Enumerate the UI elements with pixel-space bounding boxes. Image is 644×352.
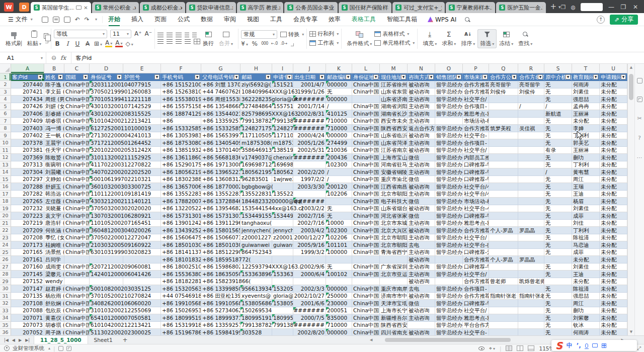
cell-P26[interactable]: 合作方推荐: [463, 256, 489, 263]
cell-L14[interactable]: China中国: [352, 168, 380, 176]
cell-H13[interactable]: 169698712: [240, 161, 272, 169]
cell-B16[interactable]: 舒妍玉 (女: [44, 183, 64, 191]
cell-R11[interactable]: [518, 147, 544, 154]
cell-J12[interactable]: ########: [293, 154, 326, 161]
cell-R27[interactable]: [518, 263, 544, 271]
cell-S18[interactable]: 无: [544, 198, 572, 205]
merge-cells-button[interactable]: 合并▾: [216, 29, 235, 48]
cell-P12[interactable]: 内部员工推: [463, 154, 489, 161]
autofilter-button[interactable]: ▼: [373, 74, 378, 79]
cell-I20[interactable]: 153449155(: [272, 212, 293, 220]
print-icon[interactable]: [53, 17, 59, 23]
cell-R22[interactable]: 罗晶晶: [518, 227, 544, 234]
cell-S15[interactable]: 无: [544, 176, 572, 184]
globe-icon[interactable]: ◍: [571, 4, 576, 11]
name-box[interactable]: A1▾: [0, 52, 46, 63]
cell-U30[interactable]: 未分配: [600, 285, 627, 293]
cell-T9[interactable]: 丁利利: [572, 132, 600, 140]
increase-decimal-button[interactable]: .0→: [281, 41, 287, 46]
cell-L30[interactable]: China中国: [352, 285, 380, 293]
cell-C7[interactable]: China中国: [64, 118, 90, 125]
cell-Q22[interactable]: 个人-罗晶: [489, 227, 518, 234]
autofilter-button[interactable]: ▼: [154, 74, 159, 79]
cell-Q8[interactable]: 筑梦美程: [489, 125, 518, 132]
document-tab[interactable]: S可过_支付宝+_滴…: [392, 2, 445, 13]
header-cell-T1[interactable]: 教育顾问▼: [572, 73, 600, 81]
autofilter-button[interactable]: ▼: [401, 74, 406, 79]
cell-J2[interactable]: 2001/4/7: [293, 81, 326, 89]
header-cell-G1[interactable]: 父母电话号码▼: [201, 73, 240, 81]
cell-H7[interactable]: 799138782: [240, 118, 272, 125]
cell-U13[interactable]: 未分配: [600, 161, 627, 169]
cell-J36[interactable]: 2002/8/20: [293, 329, 326, 335]
cell-B5[interactable]: 刘妍 (女): [44, 103, 64, 111]
cell-K5[interactable]: /: [326, 103, 352, 111]
cell-O36[interactable]: 留学总经办: [435, 329, 463, 335]
cell-H33[interactable]: 150269534: [240, 307, 272, 315]
cell-K14[interactable]: /: [326, 168, 352, 176]
cell-D31[interactable]: 370105200210270824: [90, 293, 123, 300]
cell-D10[interactable]: 371721200501264452: [90, 139, 123, 147]
cell-I26[interactable]: [272, 256, 293, 263]
cell-H23[interactable]: z20001227(: [240, 234, 272, 242]
cell-R14[interactable]: [518, 168, 544, 176]
cell-R2[interactable]: 亮哥留学: [518, 81, 544, 89]
cell-T11[interactable]: 王丽淋: [572, 147, 600, 154]
cell-C14[interactable]: China中国: [64, 168, 90, 176]
column-header-D[interactable]: D: [90, 64, 123, 73]
cell-O11[interactable]: 留学总经办: [435, 147, 463, 154]
cell-T6[interactable]: 王丽淋: [572, 110, 600, 118]
cell-J21[interactable]: 2002/7/16: [293, 220, 326, 227]
cell-R7[interactable]: [518, 118, 544, 125]
cell-I5[interactable]: 155751588: [272, 103, 293, 111]
cell-S11[interactable]: 有录: [544, 147, 572, 154]
column-header-A[interactable]: A: [11, 64, 44, 73]
column-header-T[interactable]: T: [572, 64, 600, 73]
cell-I30[interactable]: 153205635(: [272, 285, 293, 293]
cell-U7[interactable]: 未分配: [600, 118, 627, 125]
cell-I22[interactable]: jennychen(: [272, 227, 293, 234]
cell-T5[interactable]: 孟冉冉: [572, 103, 600, 111]
cell-T34[interactable]: 刘紫馨: [572, 314, 600, 322]
cell-L5[interactable]: China中国: [352, 103, 380, 111]
cell-A35[interactable]: 207073: [11, 322, 44, 329]
cell-H19[interactable]: 1535441544xx@163.c(: [240, 205, 272, 213]
cell-Q3[interactable]: 刘俊伶: [489, 89, 518, 96]
cell-C12[interactable]: China中国: [64, 154, 90, 161]
cell-M11[interactable]: 江苏省南京: [380, 147, 408, 154]
cell-L29[interactable]: [352, 278, 380, 286]
cell-O7[interactable]: [435, 118, 463, 125]
cell-N15[interactable]: 微信: [408, 176, 435, 184]
header-cell-N1[interactable]: 咨询方式▼: [408, 73, 435, 81]
cell-M26[interactable]: [380, 256, 408, 263]
row-header-18[interactable]: 18: [0, 198, 11, 205]
cell-F35[interactable]: +86 15319918: [161, 322, 201, 329]
cell-N17[interactable]: 主动咨询: [408, 191, 435, 198]
cell-H11[interactable]: 358646913: [240, 147, 272, 154]
cell-L26[interactable]: [352, 256, 380, 263]
document-tab[interactable]: S医护五险一金.xlsx: [496, 2, 546, 13]
row-header-17[interactable]: 17: [0, 191, 11, 198]
cell-C36[interactable]: China中国: [64, 329, 90, 335]
cell-F4[interactable]: +86 15538019: [161, 96, 201, 103]
menu-item-会员专享[interactable]: 会员专享: [288, 13, 323, 26]
cell-H16[interactable]: bgbgbow@(: [240, 183, 272, 191]
cell-J16[interactable]: 2003/3/30: [293, 183, 326, 191]
header-cell-E1[interactable]: 护照号▼: [123, 73, 161, 81]
cell-P20[interactable]: 口碑推荐-学: [463, 212, 489, 220]
cell-F12[interactable]: +86 13611860: [161, 154, 201, 161]
number-format-select[interactable]: 常规▾: [241, 30, 277, 39]
cell-J26[interactable]: [293, 256, 326, 263]
cell-N24[interactable]: 去电: [408, 241, 435, 249]
cell-G25[interactable]: +86 1851229020(: [201, 249, 240, 256]
system-caret-icon[interactable]: ▴: [48, 346, 50, 350]
cell-O19[interactable]: 留学总经办: [435, 205, 463, 213]
copy-icon[interactable]: [44, 33, 48, 39]
cell-G11[interactable]: +86 1370140948: [201, 147, 240, 154]
cell-H25[interactable]: 864752343: [240, 249, 272, 256]
cell-P17[interactable]: 社交平台/小: [463, 191, 489, 198]
row-header-6[interactable]: 6: [0, 110, 11, 118]
cell-O34[interactable]: 留学总经办: [435, 314, 463, 322]
fill-button[interactable]: ⤓填充▾: [420, 29, 439, 48]
cell-L34[interactable]: China中国: [352, 314, 380, 322]
